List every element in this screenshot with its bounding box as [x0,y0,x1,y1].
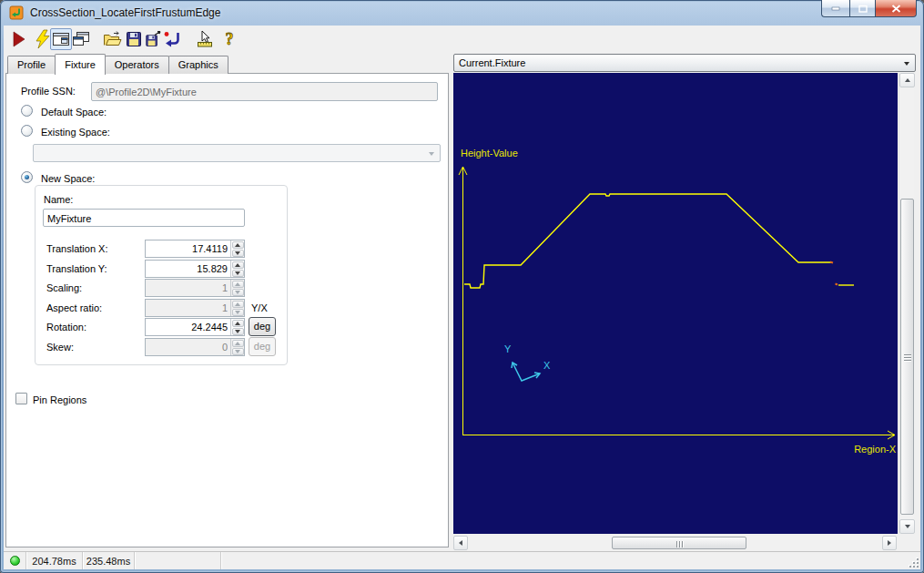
revert-icon [162,29,182,49]
new-space-radio[interactable] [21,171,33,183]
close-button[interactable] [876,0,917,17]
name-field[interactable] [43,209,245,227]
up-arrow-icon [235,302,240,306]
edge-marker-tick [836,284,838,285]
name-input[interactable] [44,210,244,227]
vertical-scroll-thumb[interactable] [900,199,914,515]
panel-view-icon [51,29,71,49]
right-arrow-icon [888,540,891,546]
pin-regions-checkbox[interactable] [15,393,27,404]
maximize-icon [858,5,868,13]
spin-buttons [230,280,244,296]
y-axis-label: Height-Value [461,148,518,159]
profile-ssn-input [92,84,437,101]
save-icon [124,29,144,49]
aspect-ratio-label: Aspect ratio: [46,302,102,314]
tab-fixture-label: Fixture [65,59,96,70]
spin-up-button [232,301,244,308]
tab-profile[interactable]: Profile [7,56,56,74]
plot-vertical-scrollbar[interactable] [899,73,914,534]
app-icon [9,5,24,20]
svg-text:?: ? [226,30,234,48]
minimize-button[interactable] [821,0,849,17]
spin-down-button[interactable] [232,250,244,257]
run-button[interactable] [7,28,29,50]
spin-up-button[interactable] [232,320,244,327]
spin-up-button[interactable] [232,241,244,249]
translation-y-spinner[interactable] [145,260,245,278]
rotation-spinner[interactable] [145,318,245,336]
spin-down-button [232,289,244,296]
measure-icon [195,29,215,49]
open-button[interactable] [101,28,123,50]
pin-regions-label: Pin Regions [33,394,86,406]
down-arrow-icon [235,350,240,353]
titlebar[interactable]: CrossSection_LocateFirstFrustumEdge [0,0,924,26]
aspect-ratio-spinner [145,299,245,317]
scroll-down-button[interactable] [899,519,915,534]
translation-y-label: Translation Y: [46,262,107,275]
up-arrow-icon [235,322,240,325]
new-space-label: New Space: [41,172,95,185]
tab-graphics[interactable]: Graphics [168,56,228,74]
panel-view-button[interactable] [50,28,72,50]
scroll-right-button[interactable] [882,536,897,550]
status-timing-2: 235.48ms [83,552,135,569]
up-arrow-icon [905,78,910,82]
revert-button[interactable] [161,28,183,50]
plot-horizontal-scrollbar[interactable] [453,536,897,550]
scaling-label: Scaling: [46,281,82,294]
spin-buttons [230,240,244,257]
window-controls [821,0,917,17]
tab-profile-label: Profile [17,59,46,70]
chevron-down-icon [429,152,434,156]
fixture-selector[interactable]: Current.Fixture [453,54,916,72]
tab-fixture[interactable]: Fixture [55,54,106,75]
maximize-button[interactable] [849,0,876,17]
translation-y-input[interactable] [146,261,230,277]
rotation-deg-button[interactable]: deg [249,317,276,336]
measure-button[interactable] [194,28,216,50]
scaling-spinner [145,279,245,297]
spin-down-button[interactable] [232,328,244,335]
app-window: CrossSection_LocateFirstFrustumEdge [0,0,924,573]
spin-buttons [230,319,244,335]
scaling-input [146,280,230,296]
spin-up-button [232,340,244,347]
up-arrow-icon [235,282,240,286]
rotation-input[interactable] [146,319,230,335]
translation-x-spinner[interactable] [145,240,245,258]
horizontal-scroll-thumb[interactable] [612,537,746,549]
status-empty-cell [135,552,221,569]
save-as-icon [143,29,163,49]
fixture-plot-canvas[interactable]: Height-Value Region-X Y X [453,73,898,534]
close-icon [891,5,901,13]
spin-down-button[interactable] [232,270,244,277]
help-icon: ? [219,29,239,49]
down-arrow-icon [235,251,240,255]
scroll-up-button[interactable] [899,73,915,87]
space-marker-y-label: Y [504,343,512,354]
default-space-radio[interactable] [21,105,33,117]
tab-strip: Profile Fixture Operators Graphics [7,54,228,75]
help-button[interactable]: ? [218,28,240,50]
profile-ssn-field [91,82,438,101]
fixture-tab-page: Profile SSN: Default Space: Existing Spa… [5,73,449,547]
scroll-left-button[interactable] [453,536,468,550]
rotation-label: Rotation: [46,321,86,333]
new-space-groupbox: Name: Translation X: Translation Y: [35,185,288,365]
spin-up-button[interactable] [232,261,244,269]
cascade-windows-button[interactable] [70,28,92,50]
up-arrow-icon [235,342,240,345]
edge-marker-tick [830,262,833,263]
spin-buttons [230,300,244,316]
existing-space-radio[interactable] [21,125,33,137]
x-axis-label: Region-X [854,444,897,455]
resize-grip[interactable] [908,557,919,568]
status-indicator [10,556,20,566]
existing-space-select [33,144,441,162]
status-timing-1: 204.78ms [26,552,83,569]
translation-x-input[interactable] [146,240,230,257]
chevron-down-icon [904,62,909,66]
tab-operators[interactable]: Operators [105,56,169,74]
